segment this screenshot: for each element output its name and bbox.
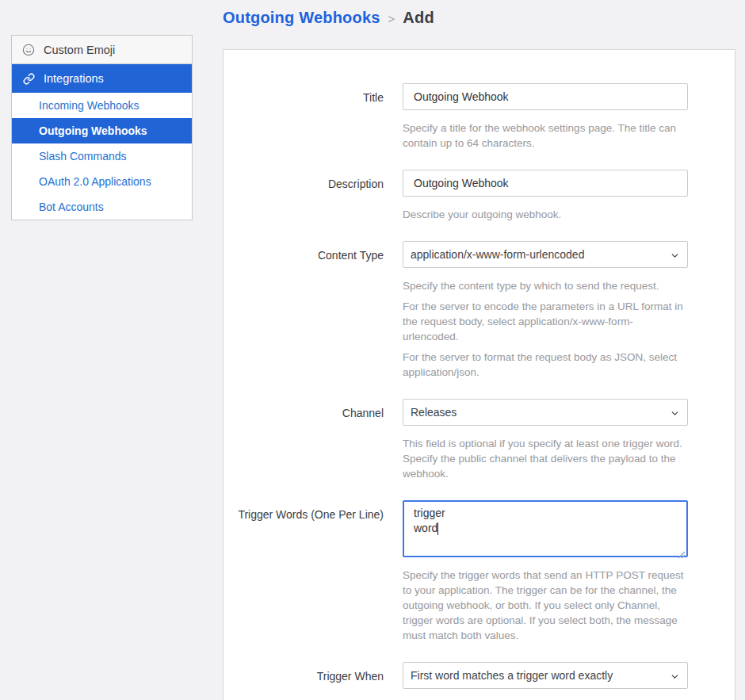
trigger-when-label: Trigger When (224, 662, 403, 689)
sidebar-item-oauth-applications[interactable]: OAuth 2.0 Applications (12, 169, 192, 194)
trigger-words-label: Trigger Words (One Per Line) (224, 500, 403, 643)
form-group-description: Description Describe your outgoing webho… (224, 170, 735, 222)
description-label: Description (224, 170, 403, 222)
content-type-help-text: Specify the content type by which to sen… (403, 278, 688, 380)
text-cursor (437, 522, 438, 535)
breadcrumb-link-outgoing-webhooks[interactable]: Outgoing Webhooks (223, 9, 380, 27)
description-help-text: Describe your outgoing webhook. (403, 207, 688, 222)
add-outgoing-webhook-form: Title Specify a title for the webhook se… (223, 49, 735, 700)
form-group-trigger-words: Trigger Words (One Per Line) trigger wor… (224, 500, 735, 643)
channel-help-text: This field is optional if you specify at… (403, 436, 688, 481)
content-type-select[interactable]: application/x-www-form-urlencoded (403, 241, 688, 268)
sidebar-item-incoming-webhooks[interactable]: Incoming Webhooks (12, 93, 192, 118)
sidebar-item-outgoing-webhooks[interactable]: Outgoing Webhooks (12, 118, 192, 143)
title-input[interactable] (403, 83, 688, 110)
content-type-label: Content Type (224, 241, 403, 380)
sidebar-item-integrations[interactable]: Integrations (12, 64, 192, 93)
link-icon (22, 72, 35, 85)
trigger-words-textarea[interactable]: trigger word (403, 500, 688, 557)
breadcrumb: Outgoing Webhooks > Add (223, 9, 434, 27)
form-group-trigger-when: Trigger When First word matches a trigge… (224, 662, 735, 689)
trigger-words-help-text: Specify the trigger words that send an H… (403, 568, 688, 643)
channel-select[interactable]: Releases (403, 399, 688, 426)
title-help-text: Specify a title for the webhook settings… (403, 120, 688, 151)
breadcrumb-separator-icon: > (388, 12, 395, 25)
sidebar-item-label: Custom Emoji (44, 44, 115, 56)
page-title: Add (403, 9, 434, 27)
channel-label: Channel (224, 399, 403, 481)
sidebar-item-custom-emoji[interactable]: Custom Emoji (12, 36, 192, 64)
smiley-icon (22, 44, 35, 56)
form-group-channel: Channel Releases This field is optional … (224, 399, 735, 481)
sidebar-item-bot-accounts[interactable]: Bot Accounts (12, 194, 192, 220)
settings-sidebar: Custom Emoji Integrations Incoming Webho… (11, 35, 193, 220)
sidebar-item-label: Integrations (44, 72, 104, 85)
form-group-content-type: Content Type application/x-www-form-urle… (224, 241, 735, 380)
title-label: Title (224, 83, 403, 151)
sidebar-item-slash-commands[interactable]: Slash Commands (12, 143, 192, 169)
trigger-when-select[interactable]: First word matches a trigger word exactl… (403, 662, 688, 689)
description-input[interactable] (403, 170, 688, 197)
form-group-title: Title Specify a title for the webhook se… (224, 83, 735, 151)
